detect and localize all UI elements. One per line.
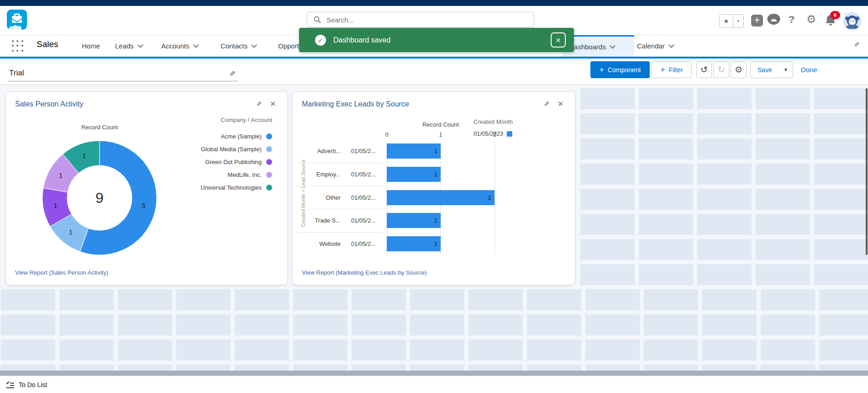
undo-button[interactable]: ↺ [696, 61, 712, 78]
tab-accounts[interactable]: Accounts [161, 35, 198, 57]
bar[interactable]: 2 [387, 190, 494, 205]
row-separator [298, 186, 383, 186]
grid-cell [644, 340, 698, 361]
grid-cell [580, 239, 635, 260]
bar-category-label: Website [299, 240, 341, 247]
bar-month-label: 01/05/2... [344, 148, 376, 154]
grid-cell [756, 138, 810, 159]
save-button[interactable]: Save [750, 61, 779, 78]
donut-legend: Acme (Sample)Global Media (Sample)Green … [201, 133, 272, 197]
grid-cell [293, 289, 347, 310]
bar[interactable]: 1 [387, 167, 441, 182]
app-launcher-waffle-icon[interactable] [11, 40, 24, 53]
widget-marketing-exec-leads: Marketing Exec Leads by Source ✎ ✕ Recor… [292, 91, 575, 285]
grid-cell [697, 113, 752, 134]
todo-list-button[interactable]: To Do List [19, 381, 47, 388]
tab-contacts[interactable]: Contacts [221, 35, 256, 57]
legend-item: Global Media (Sample) [201, 146, 272, 153]
bar[interactable]: 1 [387, 143, 441, 159]
trailhead-icon[interactable] [767, 14, 780, 27]
bar-month-label: 01/05/2... [344, 171, 376, 178]
bar-value-label: 1 [434, 240, 441, 247]
grid-cell [580, 189, 635, 210]
done-button[interactable]: Done [798, 61, 820, 78]
chevron-down-icon[interactable] [137, 42, 143, 48]
bar-value-label: 1 [434, 148, 441, 154]
grid-cell [814, 88, 868, 109]
grid-cell [59, 314, 114, 335]
segment-value-label: 1 [69, 228, 73, 236]
dashboard-edit-toolbar: Trial ✎ + Component + Filter ↺ ↻ ⚙ Save … [0, 58, 868, 85]
gridline [494, 141, 495, 255]
favorites-button-group[interactable]: ★ ▾ [719, 14, 744, 28]
view-report-link[interactable]: View Report (Marketing Exec Leads by Sou… [302, 269, 427, 276]
donut-chart[interactable]: 511119 [40, 138, 159, 257]
redo-button[interactable]: ↻ [713, 61, 729, 78]
save-menu-caret-button[interactable]: ▼ [779, 61, 793, 78]
grid-cell [697, 138, 752, 159]
view-report-link[interactable]: View Report (Sales Person Activity) [15, 269, 108, 276]
grid-cell [580, 214, 635, 235]
salesforce-app-logo[interactable] [7, 10, 27, 30]
canvas-bottom-strip [0, 371, 868, 376]
grid-cell [1, 340, 55, 361]
chevron-down-icon[interactable] [251, 42, 257, 48]
quick-create-plus-icon[interactable]: + [751, 15, 763, 27]
grid-cell [580, 88, 635, 109]
grid-cell [639, 164, 693, 185]
grid-cell [410, 314, 464, 335]
dashboard-canvas: Sales Person Activity ✎ ✕ Record Count C… [0, 85, 868, 376]
add-component-button[interactable]: + Component [590, 61, 650, 78]
success-check-icon: ✓ [315, 35, 326, 46]
chevron-down-icon[interactable] [668, 42, 674, 48]
add-filter-button[interactable]: + Filter [652, 61, 692, 78]
legend-item: Universal Technologies [201, 184, 272, 191]
edit-widget-pencil-icon[interactable]: ✎ [256, 100, 262, 108]
segment-value-label: 1 [54, 202, 58, 209]
remove-widget-close-icon[interactable]: ✕ [270, 100, 276, 108]
grid-cell [702, 314, 757, 335]
favorites-star-icon[interactable]: ★ [720, 15, 733, 27]
grid-cell [293, 314, 347, 335]
edit-navigation-pencil-icon[interactable]: ✎ [854, 41, 860, 49]
nav-accent-underline [0, 57, 868, 58]
toast-close-button[interactable]: ✕ [551, 32, 566, 48]
grid-cell [644, 289, 698, 310]
plus-icon: + [660, 66, 665, 74]
favorites-caret-icon[interactable]: ▾ [733, 15, 743, 27]
search-input[interactable] [326, 16, 519, 24]
legend-swatch [507, 131, 512, 137]
bar[interactable]: 1 [387, 236, 441, 251]
tab-home[interactable]: Home [82, 35, 100, 57]
chevron-down-icon[interactable] [610, 43, 615, 49]
chevron-down-icon[interactable] [193, 42, 199, 48]
global-search[interactable] [307, 12, 534, 27]
grid-cell [697, 164, 752, 185]
dashboard-settings-gear-button[interactable]: ⚙ [731, 61, 747, 78]
user-avatar[interactable] [843, 12, 861, 30]
bar-category-label: Employ... [299, 171, 341, 178]
grid-cell [697, 214, 752, 235]
legend-title: Created Month [473, 118, 513, 125]
grid-cell [118, 289, 172, 310]
edit-widget-pencil-icon[interactable]: ✎ [544, 100, 550, 108]
grid-cell [756, 264, 810, 285]
grid-cell [814, 189, 868, 210]
dashboard-name-field[interactable]: Trial [9, 69, 24, 78]
grid-cell [814, 264, 868, 285]
remove-widget-close-icon[interactable]: ✕ [558, 100, 563, 108]
grid-cell [761, 340, 815, 361]
grid-cell [819, 340, 868, 361]
vertical-scrollbar[interactable] [866, 88, 868, 255]
help-icon[interactable]: ? [789, 14, 794, 26]
grid-cell [702, 340, 757, 361]
tab-leads[interactable]: Leads [115, 35, 142, 57]
tab-calendar[interactable]: Calendar [637, 35, 673, 57]
edit-name-pencil-icon[interactable]: ✎ [229, 69, 235, 78]
grid-cell [756, 214, 810, 235]
row-separator [298, 209, 383, 209]
row-separator [298, 232, 383, 233]
bar[interactable]: 1 [387, 213, 441, 228]
bar-month-label: 01/05/2... [344, 194, 376, 201]
setup-gear-icon[interactable]: ⚙ [806, 13, 816, 26]
